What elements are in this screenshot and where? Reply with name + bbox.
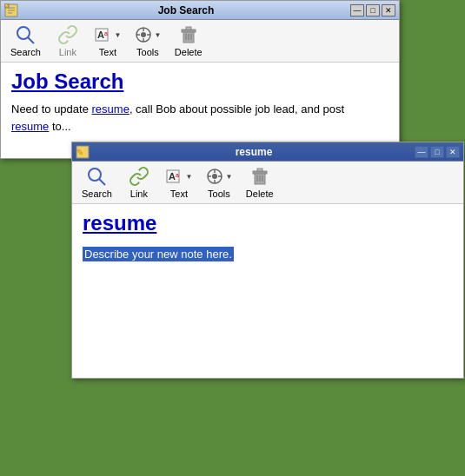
- tools-button[interactable]: ▼ Tools: [129, 22, 167, 60]
- svg-point-35: [212, 174, 217, 179]
- resume-text-button-label: Text: [170, 188, 188, 199]
- resume-delete-button[interactable]: Delete: [240, 163, 280, 202]
- svg-rect-38: [257, 169, 262, 171]
- svg-point-25: [89, 169, 101, 181]
- job-search-title-bar: ✎ Job Search — □ ✕: [1, 1, 399, 20]
- svg-point-6: [17, 27, 30, 39]
- search-button-label: Search: [10, 47, 41, 57]
- resume-link-2[interactable]: resume: [11, 120, 49, 133]
- body-text-3: to...: [49, 120, 70, 133]
- resume-text-dropdown-arrow: ▼: [185, 173, 192, 181]
- resume-window-icon: ✎: [76, 145, 90, 159]
- tools-icon: ▼: [137, 24, 158, 45]
- svg-line-26: [99, 179, 105, 185]
- resume-maximize-button[interactable]: □: [430, 146, 444, 158]
- maximize-button[interactable]: □: [366, 4, 380, 17]
- resume-title-bar: ✎ resume — □ ✕: [72, 142, 463, 162]
- svg-line-7: [28, 37, 34, 43]
- svg-text:✎: ✎: [76, 148, 83, 157]
- text-button-label: Text: [99, 47, 116, 57]
- minimize-button[interactable]: —: [350, 4, 364, 17]
- job-search-title: Job Search: [22, 4, 350, 17]
- job-search-window-icon: ✎: [4, 3, 18, 17]
- resume-close-button[interactable]: ✕: [446, 146, 460, 158]
- resume-text-icon: A a ▼: [169, 166, 189, 187]
- resume-search-button[interactable]: Search: [76, 163, 118, 202]
- resume-tools-button-label: Tools: [208, 188, 230, 199]
- resume-link-button-label: Link: [130, 188, 148, 199]
- job-search-note-body: Need to update resume, call Bob about po…: [11, 101, 389, 135]
- body-text-2: , call Bob about possible job lead, and …: [130, 102, 344, 116]
- svg-text:a: a: [176, 172, 179, 178]
- tools-dropdown-arrow: ▼: [154, 31, 161, 39]
- delete-icon: [178, 24, 199, 45]
- link-button[interactable]: Link: [49, 22, 87, 60]
- resume-link-icon: [129, 166, 149, 187]
- delete-button[interactable]: Delete: [169, 22, 209, 60]
- resume-title: resume: [93, 146, 415, 158]
- text-icon: A a ▼: [97, 24, 118, 45]
- resume-delete-button-label: Delete: [246, 188, 274, 199]
- tools-button-label: Tools: [136, 47, 159, 57]
- svg-point-16: [141, 32, 146, 37]
- resume-search-button-label: Search: [82, 188, 112, 199]
- text-button[interactable]: A a ▼ Text: [89, 22, 127, 60]
- resume-text-button[interactable]: A a ▼ Text: [160, 163, 198, 202]
- body-text-1: Need to update: [11, 102, 92, 116]
- close-button[interactable]: ✕: [382, 4, 395, 17]
- resume-toolbar: Search Link A a ▼: [72, 162, 463, 204]
- resume-tools-icon: ▼: [209, 166, 229, 187]
- svg-text:a: a: [104, 30, 108, 36]
- job-search-note-title: Job Search: [11, 69, 389, 94]
- search-button[interactable]: Search: [4, 22, 47, 60]
- resume-minimize-button[interactable]: —: [415, 146, 428, 158]
- job-search-window: ✎ Job Search — □ ✕ Search: [0, 0, 400, 159]
- resume-tools-dropdown-arrow: ▼: [225, 173, 232, 181]
- title-bar-controls: — □ ✕: [350, 4, 395, 17]
- resume-delete-icon: [249, 166, 270, 187]
- resume-link-button[interactable]: Link: [120, 163, 158, 202]
- resume-link-1[interactable]: resume: [92, 102, 130, 116]
- resume-window: ✎ resume — □ ✕ Search: [71, 142, 464, 379]
- resume-search-icon: [86, 166, 107, 187]
- svg-text:✎: ✎: [5, 3, 8, 8]
- resume-tools-button[interactable]: ▼ Tools: [200, 163, 238, 202]
- link-icon: [57, 24, 78, 45]
- resume-placeholder: Describe your new note here.: [83, 247, 234, 261]
- resume-note-title: resume: [83, 211, 453, 235]
- search-icon: [15, 24, 36, 45]
- svg-text:A: A: [169, 171, 176, 182]
- resume-content: resume Describe your new note here.: [72, 204, 463, 378]
- job-search-toolbar: Search Link A a ▼: [1, 20, 399, 63]
- delete-button-label: Delete: [175, 47, 203, 57]
- resume-placeholder-text: Describe your new note here.: [83, 246, 453, 261]
- svg-text:A: A: [97, 30, 104, 40]
- svg-rect-19: [186, 27, 191, 30]
- resume-title-bar-controls: — □ ✕: [415, 146, 460, 158]
- text-dropdown-arrow: ▼: [114, 31, 121, 39]
- link-button-label: Link: [59, 47, 76, 57]
